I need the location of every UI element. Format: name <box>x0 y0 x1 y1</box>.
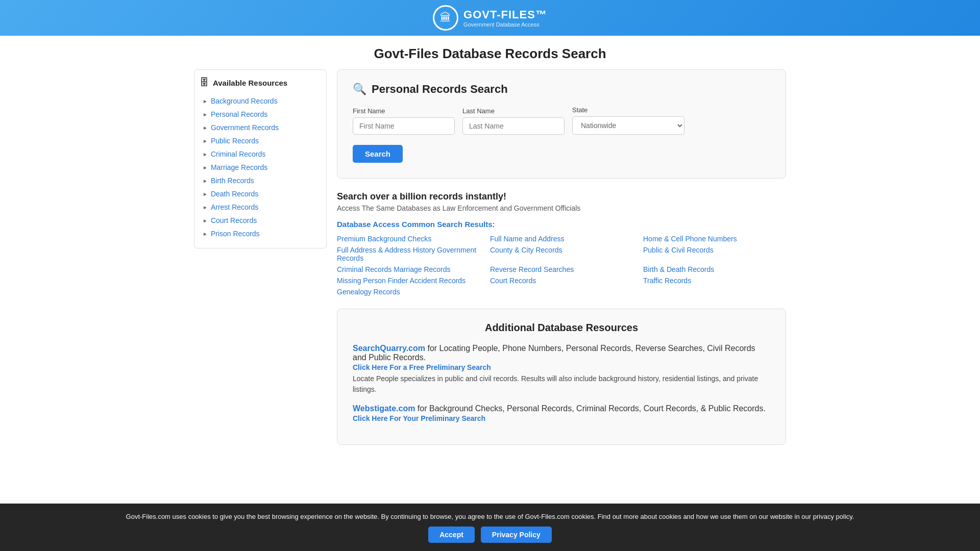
link-criminal-marriage[interactable]: Criminal Records Marriage Records <box>337 265 480 273</box>
last-name-input[interactable] <box>462 117 565 135</box>
sidebar-item-death-records[interactable]: ► Death Records <box>200 187 321 201</box>
sidebar-item-label: Arrest Records <box>211 203 258 211</box>
sidebar-item-background-records[interactable]: ► Background Records <box>200 94 321 108</box>
link-premium-background[interactable]: Premium Background Checks <box>337 235 480 243</box>
database-icon: 🗄 <box>200 78 209 88</box>
sidebar-item-label: Government Records <box>211 123 279 132</box>
sidebar-item-label: Background Records <box>211 97 278 105</box>
logo-text: GOVT-FILES™ Government Database Access <box>463 8 547 28</box>
search-fields: First Name Last Name State Nationwide Al… <box>353 106 770 135</box>
link-public-civil[interactable]: Public & Civil Records <box>643 246 786 262</box>
sidebar-item-court-records[interactable]: ► Court Records <box>200 214 321 227</box>
arrow-icon: ► <box>203 138 208 144</box>
webstigate-link[interactable]: Webstigate.com <box>353 404 415 413</box>
state-group: State Nationwide Alabama Alaska Arizona … <box>572 106 684 135</box>
arrow-icon: ► <box>203 205 208 210</box>
link-county-city[interactable]: County & City Records <box>490 246 633 262</box>
brand-name: GOVT-FILES™ <box>463 8 547 21</box>
info-headline: Search over a billion records instantly! <box>337 191 786 202</box>
arrow-icon: ► <box>203 165 208 170</box>
brand-tagline: Government Database Access <box>463 21 547 28</box>
resource-line: SearchQuarry.com for Locating People, Ph… <box>353 344 770 362</box>
sidebar-item-marriage-records[interactable]: ► Marriage Records <box>200 161 321 174</box>
additional-resources-box: Additional Database Resources SearchQuar… <box>337 309 786 445</box>
link-missing-person[interactable]: Missing Person Finder Accident Records <box>337 277 480 285</box>
sidebar-item-government-records[interactable]: ► Government Records <box>200 121 321 134</box>
sidebar-item-label: Public Records <box>211 137 259 145</box>
last-name-group: Last Name <box>462 107 565 135</box>
sidebar-title: 🗄 Available Resources <box>200 78 321 88</box>
sidebar-item-label: Death Records <box>211 190 258 198</box>
search-links-grid: Premium Background Checks Full Name and … <box>337 235 786 296</box>
sidebar-item-label: Personal Records <box>211 110 267 118</box>
sidebar-item-label: Criminal Records <box>211 150 265 158</box>
link-birth-death[interactable]: Birth & Death Records <box>643 265 786 273</box>
info-sub: Access The Same Databases as Law Enforce… <box>337 204 786 212</box>
resource-entry-webstigate: Webstigate.com for Background Checks, Pe… <box>353 404 770 422</box>
sidebar-item-criminal-records[interactable]: ► Criminal Records <box>200 147 321 161</box>
page-title: Govt-Files Database Records Search <box>0 46 980 62</box>
arrow-icon: ► <box>203 98 208 104</box>
searchquarry-prelim-link[interactable]: Click Here For a Free Preliminary Search <box>353 363 770 371</box>
link-phone-numbers[interactable]: Home & Cell Phone Numbers <box>643 235 786 243</box>
link-court-records[interactable]: Court Records <box>490 277 633 285</box>
first-name-label: First Name <box>353 107 455 115</box>
sidebar-item-personal-records[interactable]: ► Personal Records <box>200 108 321 121</box>
link-genealogy[interactable]: Genealogy Records <box>337 288 480 296</box>
searchquarry-detail: Locate People specializes in public and … <box>353 373 770 395</box>
arrow-icon: ► <box>203 112 208 117</box>
link-reverse-searches[interactable]: Reverse Record Searches <box>490 265 633 273</box>
arrow-icon: ► <box>203 231 208 237</box>
first-name-input[interactable] <box>353 117 455 135</box>
page-title-wrap: Govt-Files Database Records Search <box>0 36 980 69</box>
info-section: Search over a billion records instantly!… <box>337 191 786 296</box>
sidebar-item-birth-records[interactable]: ► Birth Records <box>200 174 321 187</box>
sidebar-item-label: Marriage Records <box>211 163 267 171</box>
first-name-group: First Name <box>353 107 455 135</box>
logo-icon: 🏛 <box>433 5 458 31</box>
sidebar-item-arrest-records[interactable]: ► Arrest Records <box>200 201 321 214</box>
search-box: 🔍 Personal Records Search First Name Las… <box>337 69 786 179</box>
state-select[interactable]: Nationwide Alabama Alaska Arizona Arkans… <box>572 116 684 135</box>
arrow-icon: ► <box>203 125 208 131</box>
arrow-icon: ► <box>203 152 208 157</box>
link-traffic[interactable]: Traffic Records <box>643 277 786 285</box>
sidebar-item-label: Prison Records <box>211 230 260 238</box>
sidebar-item-label: Birth Records <box>211 177 254 185</box>
link-full-address-history[interactable]: Full Address & Address History Governmen… <box>337 246 480 262</box>
arrow-icon: ► <box>203 178 208 184</box>
site-header: 🏛 GOVT-FILES™ Government Database Access <box>0 0 980 36</box>
additional-title: Additional Database Resources <box>353 322 770 334</box>
main-content: 🔍 Personal Records Search First Name Las… <box>337 69 786 445</box>
link-full-name-address[interactable]: Full Name and Address <box>490 235 633 243</box>
searchquarry-link[interactable]: SearchQuarry.com <box>353 344 425 353</box>
resource-entry-searchquarry: SearchQuarry.com for Locating People, Ph… <box>353 344 770 395</box>
main-layout: 🗄 Available Resources ► Background Recor… <box>184 69 796 465</box>
search-button[interactable]: Search <box>353 145 403 163</box>
state-label: State <box>572 106 684 114</box>
sidebar-section-label: Available Resources <box>213 79 287 87</box>
resource-line: Webstigate.com for Background Checks, Pe… <box>353 404 770 413</box>
webstigate-prelim-link[interactable]: Click Here For Your Preliminary Search <box>353 414 770 422</box>
sidebar: 🗄 Available Resources ► Background Recor… <box>194 69 327 248</box>
logo-container[interactable]: 🏛 GOVT-FILES™ Government Database Access <box>433 5 547 31</box>
search-icon: 🔍 <box>353 83 366 96</box>
sidebar-item-label: Court Records <box>211 216 257 224</box>
db-common-title: Database Access Common Search Results: <box>337 220 786 229</box>
search-title-text: Personal Records Search <box>372 83 508 96</box>
sidebar-item-prison-records[interactable]: ► Prison Records <box>200 227 321 240</box>
last-name-label: Last Name <box>462 107 565 115</box>
arrow-icon: ► <box>203 218 208 223</box>
webstigate-desc: for Background Checks, Personal Records,… <box>418 404 766 413</box>
arrow-icon: ► <box>203 191 208 197</box>
search-box-title: 🔍 Personal Records Search <box>353 83 770 96</box>
sidebar-item-public-records[interactable]: ► Public Records <box>200 134 321 147</box>
